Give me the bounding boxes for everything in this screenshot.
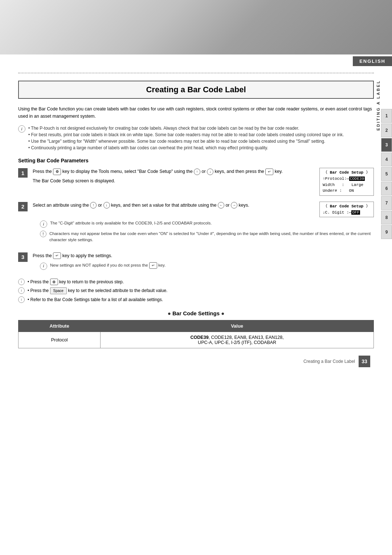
footer-note-2-text: • Press the Space key to set the selecte… xyxy=(28,287,167,294)
up-key-2: ↑ xyxy=(90,202,97,208)
enter-key-3b: ↵ xyxy=(149,262,157,269)
vertical-editing-label: EDITING A LABEL xyxy=(376,80,380,131)
warning-icon-1: i xyxy=(18,125,25,133)
top-banner xyxy=(0,0,392,65)
bcs-row-1: Protocol CODE39, CODE128, EAN8, EAN13, E… xyxy=(19,332,374,348)
bcs-col-value: Value xyxy=(101,320,374,332)
bullet-icon-3: i xyxy=(18,296,25,303)
screen-preview-1: 〈 Bar Code Setup 〉 ↑Protocol:↔CODE39 Wid… xyxy=(319,168,374,196)
side-tab-3[interactable]: 3 xyxy=(381,138,392,152)
down-key-2: ↓ xyxy=(103,202,110,208)
space-key: Space xyxy=(50,287,67,294)
step-2-row: 2 Select an attribute using the ↑ or ↓ k… xyxy=(18,202,374,246)
step-1-text: Press the ⚙ key to display the Tools men… xyxy=(33,168,306,175)
side-tab-6[interactable]: 6 xyxy=(381,182,392,195)
bubble-icon-1: i xyxy=(40,220,47,228)
page-label: Creating a Bar Code Label xyxy=(303,359,355,364)
side-tab-5[interactable]: 5 xyxy=(381,167,392,181)
step-2-note-1: i The "C-Digit" attribute is only availa… xyxy=(40,220,374,228)
step-1-preview: 〈 Bar Code Setup 〉 ↑Protocol:↔CODE39 Wid… xyxy=(312,168,374,196)
bullet-icon-1: i xyxy=(18,279,25,285)
preview-1-row-1: ↑Protocol:↔CODE39 xyxy=(323,176,371,182)
side-tab-1[interactable]: 1 xyxy=(381,109,392,123)
preview-1-row-3: Under# : ON xyxy=(323,188,371,194)
step-3-content: Press the ↵ key to apply the settings. i… xyxy=(33,252,374,273)
footer-notes: i • Press the ⚙ key to return to the pre… xyxy=(18,279,374,303)
intro-text: Using the Bar Code function you can crea… xyxy=(18,105,374,120)
side-tab-7[interactable]: 7 xyxy=(381,196,392,210)
footer-note-1-text: • Press the ⚙ key to return to the previ… xyxy=(28,279,124,285)
footer-note-3-text: • Refer to the Bar Code Settings table f… xyxy=(28,296,163,303)
step-2-note-2: ! Characters may not appear below the ba… xyxy=(40,231,374,243)
enter-key-1: ↵ xyxy=(265,169,273,175)
page-title-box: Creating a Bar Code Label xyxy=(18,81,374,99)
main-content: Creating a Bar Code Label Using the Bar … xyxy=(18,65,374,367)
side-tab-8[interactable]: 8 xyxy=(381,211,392,224)
side-tabs: 1 2 3 4 5 6 7 8 9 xyxy=(381,109,392,239)
bubble-icon-3: i xyxy=(40,263,47,270)
left-key: ← xyxy=(218,202,224,208)
tools-key: ⚙ xyxy=(53,169,61,175)
step-3-note: i New settings are NOT applied if you do… xyxy=(40,262,374,270)
up-key: ↑ xyxy=(194,169,200,175)
step-2-main: Select an attribute using the ↑ or ↓ key… xyxy=(33,202,306,209)
bcs-value-bold: CODE39 xyxy=(191,335,209,340)
step-1-number: 1 xyxy=(18,168,28,178)
step-3-row: 3 Press the ↵ key to apply the settings.… xyxy=(18,252,374,273)
bcs-heading: ● Bar Code Settings ● xyxy=(18,310,374,316)
page-number: 33 xyxy=(359,356,370,367)
step-3-note-text: New settings are NOT applied if you do n… xyxy=(50,262,166,269)
dotted-separator xyxy=(18,73,374,73)
step-2-preview: 〈 Bar Code Setup 〉 ↓C. Digit :↔OFF xyxy=(312,202,374,218)
warning-text-1: • The P-touch is not designed exclusivel… xyxy=(28,125,344,151)
preview-1-header: 〈 Bar Code Setup 〉 xyxy=(323,170,371,175)
exclaim-icon-1: ! xyxy=(40,231,46,237)
bcs-col-attribute: Attribute xyxy=(19,320,101,332)
footer-note-3: i • Refer to the Bar Code Settings table… xyxy=(18,296,374,303)
bcs-dot-left: ● xyxy=(168,310,171,316)
step-1-with-preview: Press the ⚙ key to display the Tools men… xyxy=(33,168,374,196)
section-heading: Setting Bar Code Parameters xyxy=(18,158,374,163)
footer-note-2: i • Press the Space key to set the selec… xyxy=(18,287,374,294)
side-tab-9[interactable]: 9 xyxy=(381,225,392,239)
tools-key-footer: ⚙ xyxy=(50,279,58,285)
down-key-1: ↓ xyxy=(207,169,213,175)
step-1-main: Press the ⚙ key to display the Tools men… xyxy=(33,168,306,185)
bcs-cell-value-1: CODE39, CODE128, EAN8, EAN13, EAN128,UPC… xyxy=(101,332,374,348)
preview-2-row-1: ↓C. Digit :↔OFF xyxy=(323,210,371,216)
step-2-note-1-text: The "C-Digit" attribute is only availabl… xyxy=(50,220,212,226)
page-footer: Creating a Bar Code Label 33 xyxy=(18,356,374,367)
preview-1-row-2: Width : Large xyxy=(323,182,371,188)
step-3-text: Press the ↵ key to apply the settings. xyxy=(33,252,374,259)
warning-note-1: i • The P-touch is not designed exclusiv… xyxy=(18,125,374,151)
bullet-icon-2: i xyxy=(18,287,25,294)
bcs-dot-right: ● xyxy=(221,310,224,316)
step-1-content: Press the ⚙ key to display the Tools men… xyxy=(33,168,374,196)
bcs-title: Bar Code Settings xyxy=(172,310,220,316)
bcs-table: Attribute Value Protocol CODE39, CODE128… xyxy=(18,320,374,348)
step-1-sub: The Bar Code Setup screen is displayed. xyxy=(33,177,306,185)
step-2-note-2-text: Characters may not appear below the bar … xyxy=(49,231,374,243)
steps-container: 1 Press the ⚙ key to display the Tools m… xyxy=(18,168,374,273)
screen-preview-2: 〈 Bar Code Setup 〉 ↓C. Digit :↔OFF xyxy=(319,202,374,218)
side-tab-2[interactable]: 2 xyxy=(381,123,392,137)
step-2-number: 2 xyxy=(18,202,28,211)
side-tab-4[interactable]: 4 xyxy=(381,153,392,166)
step-2-with-preview: Select an attribute using the ↑ or ↓ key… xyxy=(33,202,374,218)
step-1-row: 1 Press the ⚙ key to display the Tools m… xyxy=(18,168,374,196)
step-2-text: Select an attribute using the ↑ or ↓ key… xyxy=(33,202,306,209)
preview-2-header: 〈 Bar Code Setup 〉 xyxy=(323,203,371,209)
enter-key-3: ↵ xyxy=(53,252,61,259)
page-title: Creating a Bar Code Label xyxy=(26,85,366,94)
step-2-content: Select an attribute using the ↑ or ↓ key… xyxy=(33,202,374,246)
english-tab: ENGLISH xyxy=(353,56,392,66)
step-3-number: 3 xyxy=(18,252,28,262)
bcs-cell-attribute-1: Protocol xyxy=(19,332,101,348)
footer-note-1: i • Press the ⚙ key to return to the pre… xyxy=(18,279,374,285)
right-key: → xyxy=(231,202,237,208)
